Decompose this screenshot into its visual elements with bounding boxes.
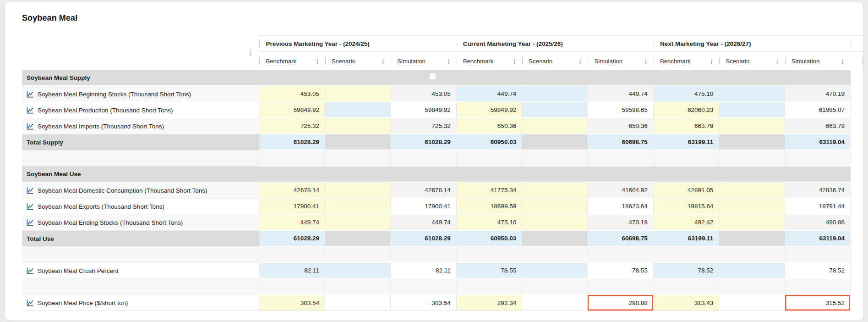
- grid-cell[interactable]: [522, 295, 588, 311]
- grid-cell[interactable]: [719, 231, 785, 247]
- kebab-menu-icon[interactable]: ⋮: [378, 57, 388, 65]
- grid-cell[interactable]: 453.05: [391, 86, 456, 102]
- grid-cell[interactable]: 475.10: [457, 215, 523, 231]
- grid-cell[interactable]: 725.32: [391, 118, 456, 134]
- grid-cell[interactable]: [719, 199, 785, 215]
- grid-cell[interactable]: [719, 183, 785, 199]
- column-header-next-benchmark[interactable]: Benchmark ⋮: [654, 52, 720, 70]
- kebab-menu-icon[interactable]: ⋮: [444, 57, 453, 65]
- column-header-current-simulation[interactable]: Simulation ⋮: [588, 52, 653, 70]
- line-chart-icon[interactable]: [27, 219, 33, 226]
- column-header-current-scenario[interactable]: Scenario ⋮: [522, 52, 588, 70]
- grid-cell[interactable]: 17900.41: [259, 199, 325, 215]
- grid-cell[interactable]: [719, 86, 785, 102]
- grid-cell[interactable]: 663.79: [785, 118, 851, 134]
- grid-cell[interactable]: 63119.04: [785, 231, 851, 247]
- column-header-next-scenario[interactable]: Scenario ⋮: [719, 52, 785, 70]
- grid-cell[interactable]: [522, 102, 588, 118]
- grid-cell[interactable]: 62060.23: [654, 102, 720, 118]
- column-header-next-simulation[interactable]: Simulation ⋮: [785, 52, 851, 70]
- grid-cell[interactable]: 475.10: [654, 86, 720, 102]
- column-header-previous-scenario[interactable]: Scenario ⋮: [325, 52, 391, 70]
- grid-cell[interactable]: [719, 118, 785, 134]
- grid-cell[interactable]: 650.36: [457, 118, 523, 134]
- grid-cell[interactable]: 59849.92: [391, 102, 456, 118]
- line-chart-icon[interactable]: [27, 203, 33, 210]
- grid-cell[interactable]: 61985.07: [785, 102, 851, 118]
- grid-cell[interactable]: 78.52: [654, 263, 720, 279]
- grid-cell[interactable]: [522, 215, 588, 231]
- grid-cell[interactable]: [325, 263, 391, 279]
- grid-cell[interactable]: [719, 295, 785, 311]
- grid-cell[interactable]: 59598.65: [588, 102, 653, 118]
- column-header-previous-benchmark[interactable]: Benchmark ⋮: [259, 52, 325, 70]
- grid-cell[interactable]: 42678.14: [391, 183, 456, 199]
- grid-cell[interactable]: 303.54: [259, 295, 325, 311]
- kebab-menu-icon[interactable]: ⋮: [707, 57, 716, 65]
- grid-cell[interactable]: 470.19: [785, 86, 851, 102]
- selection-handle-square[interactable]: [430, 73, 436, 79]
- grid-cell[interactable]: 42836.74: [785, 183, 851, 199]
- grid-cell[interactable]: [325, 231, 391, 247]
- line-chart-icon[interactable]: [27, 123, 33, 130]
- grid-cell[interactable]: 449.74: [259, 215, 325, 231]
- kebab-menu-icon[interactable]: ⋮: [838, 57, 847, 65]
- column-header-current-benchmark[interactable]: Benchmark ⋮: [457, 52, 523, 70]
- line-chart-icon[interactable]: [27, 300, 33, 306]
- grid-cell[interactable]: 78.55: [457, 263, 523, 279]
- column-header-previous-simulation[interactable]: Simulation ⋮: [391, 52, 456, 70]
- grid-cell[interactable]: [522, 118, 588, 134]
- grid-cell[interactable]: [325, 102, 391, 118]
- grid-cell[interactable]: 663.79: [654, 118, 720, 134]
- grid-cell[interactable]: 59849.92: [457, 102, 523, 118]
- grid-cell[interactable]: 650.36: [588, 118, 653, 134]
- grid-cell[interactable]: 42678.14: [259, 183, 325, 199]
- grid-cell[interactable]: 449.74: [457, 86, 523, 102]
- grid-cell[interactable]: 82.11: [259, 263, 325, 279]
- kebab-menu-icon[interactable]: ⋮: [313, 57, 322, 65]
- grid-cell[interactable]: 41775.34: [457, 183, 523, 199]
- grid-cell[interactable]: 19791.44: [785, 199, 851, 215]
- grid-cell[interactable]: [719, 215, 785, 231]
- grid-cell[interactable]: 19815.64: [654, 199, 720, 215]
- grid-cell[interactable]: 63199.11: [654, 231, 720, 247]
- grid-cell[interactable]: 78.52: [785, 263, 851, 279]
- grid-cell[interactable]: 61028.29: [391, 231, 456, 247]
- grid-cell[interactable]: [522, 183, 588, 199]
- grid-cell[interactable]: 470.19: [588, 215, 653, 231]
- highlighted-grid-cell[interactable]: 315.52: [785, 295, 851, 311]
- grid-cell[interactable]: [522, 199, 588, 215]
- line-chart-icon[interactable]: [27, 91, 33, 98]
- grid-cell[interactable]: [325, 215, 391, 231]
- highlighted-grid-cell[interactable]: 298.88: [588, 295, 653, 311]
- grid-cell[interactable]: [325, 199, 391, 215]
- grid-cell[interactable]: 492.42: [654, 215, 720, 231]
- grid-cell[interactable]: 17900.41: [391, 199, 456, 215]
- grid-cell[interactable]: 61028.29: [259, 231, 325, 247]
- grid-cell[interactable]: 60950.03: [457, 231, 523, 247]
- grid-cell[interactable]: 725.32: [259, 118, 325, 134]
- grid-cell[interactable]: 313.43: [654, 295, 720, 311]
- grid-cell[interactable]: 18699.59: [457, 199, 523, 215]
- grid-cell[interactable]: 18623.64: [588, 199, 653, 215]
- grid-cell[interactable]: [719, 263, 785, 279]
- grid-cell[interactable]: [522, 134, 588, 150]
- grid-cell[interactable]: 78.55: [588, 263, 653, 279]
- kebab-menu-icon[interactable]: ⋮: [575, 57, 584, 65]
- kebab-menu-icon[interactable]: ⋮: [641, 57, 650, 65]
- kebab-menu-icon[interactable]: ⋮: [246, 49, 255, 56]
- grid-cell[interactable]: [522, 263, 588, 279]
- grid-cell[interactable]: 82.11: [391, 263, 456, 279]
- grid-cell[interactable]: [719, 102, 785, 118]
- grid-cell[interactable]: 449.74: [588, 86, 653, 102]
- grid-cell[interactable]: [325, 295, 391, 311]
- grid-cell[interactable]: [325, 134, 391, 150]
- grid-cell[interactable]: 61028.29: [259, 134, 325, 150]
- grid-cell[interactable]: 63119.04: [785, 134, 851, 150]
- grid-cell[interactable]: 449.74: [391, 215, 456, 231]
- grid-cell[interactable]: 41604.92: [588, 183, 653, 199]
- kebab-menu-icon[interactable]: ⋮: [510, 57, 519, 65]
- grid-cell[interactable]: [522, 86, 588, 102]
- grid-cell[interactable]: [325, 118, 391, 134]
- grid-cell[interactable]: 292.34: [457, 295, 523, 311]
